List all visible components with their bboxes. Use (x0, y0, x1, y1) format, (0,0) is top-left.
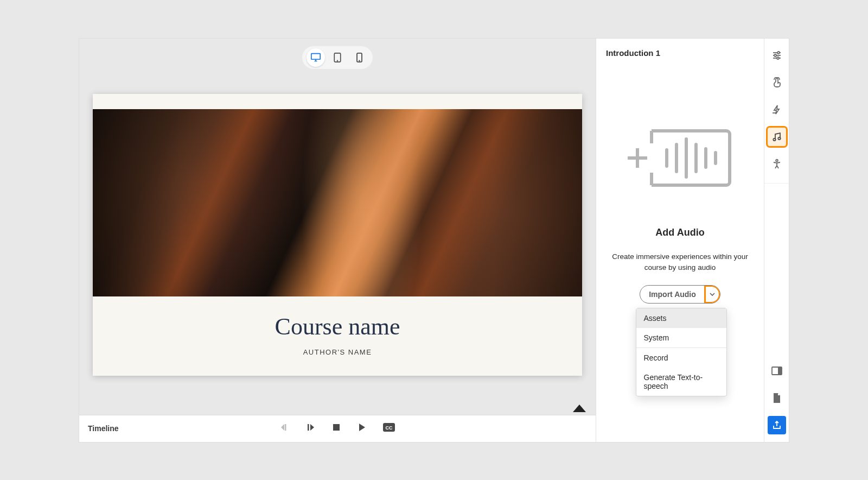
svg-rect-5 (285, 424, 286, 431)
svg-point-23 (774, 54, 776, 56)
lightning-icon (771, 104, 782, 115)
captions-button[interactable]: CC (383, 423, 395, 434)
rail-audio-button[interactable] (768, 128, 786, 146)
sliders-icon (771, 50, 782, 61)
dropdown-item-system[interactable]: System (636, 328, 726, 348)
stop-icon (332, 423, 341, 432)
stop-button[interactable] (332, 423, 341, 434)
import-audio-row: Import Audio Assets System Record Genera… (606, 285, 754, 304)
device-toggle-bar (79, 39, 596, 78)
rail-interactions-button[interactable] (768, 73, 786, 92)
cc-icon: CC (383, 423, 395, 432)
transport-controls: CC (280, 422, 395, 434)
main-area: Course name AUTHOR'S NAME Timeline (79, 39, 596, 442)
svg-point-2 (337, 60, 338, 61)
svg-text:CC: CC (386, 425, 393, 431)
svg-point-28 (778, 137, 780, 139)
music-icon (771, 131, 782, 142)
panel-icon (771, 367, 782, 375)
page-icon (773, 393, 781, 403)
rail-accessibility-button[interactable] (768, 155, 786, 173)
app-container: Course name AUTHOR'S NAME Timeline (79, 38, 789, 443)
add-audio-description: Create immersive experiences within your… (606, 251, 754, 274)
rail-page-button[interactable] (768, 389, 786, 407)
svg-point-25 (777, 57, 779, 59)
desktop-icon (310, 53, 321, 62)
skip-back-icon (280, 422, 290, 432)
skip-back-button[interactable] (280, 422, 290, 434)
svg-point-4 (359, 60, 360, 61)
slide-hero-image (93, 109, 582, 296)
dropdown-item-assets[interactable]: Assets (636, 308, 726, 328)
step-forward-icon (306, 422, 316, 432)
slide[interactable]: Course name AUTHOR'S NAME (93, 94, 582, 376)
timeline-collapse-arrow-icon[interactable] (573, 405, 586, 412)
import-audio-dropdown: Assets System Record Generate Text-to-sp… (636, 308, 727, 396)
right-rail (764, 39, 789, 442)
svg-point-29 (776, 159, 778, 161)
slide-author[interactable]: AUTHOR'S NAME (93, 348, 582, 356)
add-audio-illustration-icon (623, 123, 737, 193)
import-audio-split-button: Import Audio (640, 285, 720, 304)
mobile-icon (356, 53, 362, 62)
svg-point-27 (773, 138, 775, 140)
add-audio-heading: Add Audio (606, 227, 754, 238)
tablet-icon (334, 53, 341, 62)
person-icon (771, 159, 782, 169)
rail-settings-button[interactable] (768, 46, 786, 65)
timeline-label: Timeline (88, 424, 119, 433)
rail-panel-button[interactable] (768, 362, 786, 380)
svg-point-21 (777, 52, 780, 54)
rail-triggers-button[interactable] (768, 100, 786, 119)
chevron-down-icon (710, 293, 715, 296)
rail-divider (764, 183, 789, 184)
svg-rect-7 (333, 424, 340, 431)
touch-icon (771, 77, 782, 88)
device-tablet-button[interactable] (328, 48, 347, 67)
side-panel-title: Introduction 1 (606, 48, 754, 58)
play-button[interactable] (357, 422, 367, 434)
share-icon (772, 420, 782, 430)
device-mobile-button[interactable] (350, 48, 368, 67)
device-desktop-button[interactable] (307, 48, 325, 67)
svg-rect-31 (778, 367, 782, 375)
import-audio-dropdown-toggle[interactable] (705, 286, 720, 303)
slide-title[interactable]: Course name (93, 313, 582, 340)
rail-share-button[interactable] (768, 416, 786, 434)
side-panel: Introduction 1 Add Audio Create immer (596, 39, 764, 442)
import-audio-button[interactable]: Import Audio (640, 286, 705, 303)
step-forward-button[interactable] (306, 422, 316, 434)
dropdown-item-tts[interactable]: Generate Text-to-speech (636, 368, 726, 396)
device-toggle-pill (302, 46, 373, 69)
dropdown-item-record[interactable]: Record (636, 348, 726, 368)
svg-rect-0 (311, 53, 320, 59)
play-icon (357, 422, 367, 432)
svg-rect-6 (308, 424, 309, 431)
canvas: Course name AUTHOR'S NAME (79, 78, 596, 415)
timeline-bar: Timeline CC (79, 415, 596, 442)
